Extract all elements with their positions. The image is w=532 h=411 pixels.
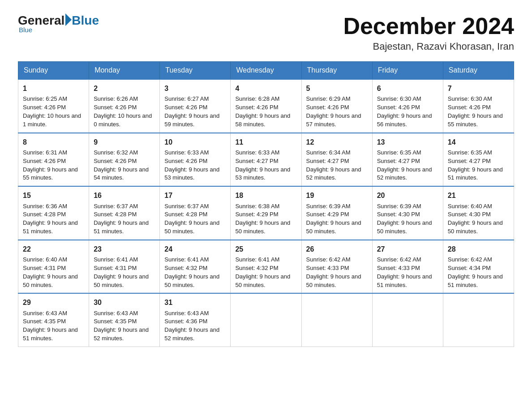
calendar-cell: 21Sunrise: 6:40 AMSunset: 4:30 PMDayligh… (443, 186, 514, 240)
calendar-cell: 17Sunrise: 6:37 AMSunset: 4:28 PMDayligh… (160, 186, 231, 240)
calendar-cell (372, 293, 443, 347)
day-number: 8 (23, 137, 84, 147)
sunrise-label: Sunrise: 6:40 AM (23, 256, 67, 263)
daylight-label: Daylight: 9 hours and 56 minutes. (377, 112, 432, 128)
col-header-tuesday: Tuesday (160, 62, 231, 80)
sunrise-label: Sunrise: 6:39 AM (377, 203, 421, 210)
calendar-cell: 15Sunrise: 6:36 AMSunset: 4:28 PMDayligh… (18, 186, 89, 240)
daylight-label: Daylight: 9 hours and 51 minutes. (23, 326, 78, 342)
sunrise-label: Sunrise: 6:30 AM (377, 95, 421, 102)
sunset-label: Sunset: 4:27 PM (306, 158, 349, 164)
sunset-label: Sunset: 4:31 PM (23, 265, 66, 271)
sunset-label: Sunset: 4:27 PM (448, 158, 491, 164)
sunrise-label: Sunrise: 6:42 AM (377, 256, 421, 263)
sunrise-label: Sunrise: 6:27 AM (164, 95, 209, 102)
col-header-sunday: Sunday (18, 62, 89, 80)
calendar-cell: 12Sunrise: 6:34 AMSunset: 4:27 PMDayligh… (301, 133, 372, 187)
calendar-cell (443, 293, 514, 347)
calendar-header-row: SundayMondayTuesdayWednesdayThursdayFrid… (18, 62, 514, 80)
sunrise-label: Sunrise: 6:37 AM (164, 203, 209, 210)
day-number: 23 (94, 244, 155, 254)
daylight-label: Daylight: 9 hours and 50 minutes. (235, 273, 290, 288)
calendar-cell: 26Sunrise: 6:42 AMSunset: 4:33 PMDayligh… (301, 240, 372, 294)
day-number: 2 (94, 83, 155, 94)
day-number: 1 (23, 83, 84, 94)
sunset-label: Sunset: 4:28 PM (94, 211, 137, 218)
sunrise-label: Sunrise: 6:41 AM (94, 256, 138, 263)
day-number: 18 (235, 190, 296, 201)
sunset-label: Sunset: 4:29 PM (235, 211, 278, 218)
day-number: 9 (94, 137, 155, 147)
col-header-wednesday: Wednesday (231, 62, 301, 80)
daylight-label: Daylight: 9 hours and 50 minutes. (306, 219, 361, 235)
sunset-label: Sunset: 4:36 PM (164, 318, 207, 325)
calendar-cell: 18Sunrise: 6:38 AMSunset: 4:29 PMDayligh… (231, 186, 301, 240)
calendar-cell: 9Sunrise: 6:32 AMSunset: 4:26 PMDaylight… (89, 133, 160, 187)
col-header-thursday: Thursday (301, 62, 372, 80)
daylight-label: Daylight: 9 hours and 57 minutes. (306, 112, 361, 128)
week-row-5: 29Sunrise: 6:43 AMSunset: 4:35 PMDayligh… (18, 293, 514, 347)
day-number: 13 (377, 137, 438, 147)
week-row-2: 8Sunrise: 6:31 AMSunset: 4:26 PMDaylight… (18, 133, 514, 187)
day-number: 24 (164, 244, 226, 254)
sunset-label: Sunset: 4:26 PM (23, 158, 66, 164)
sunset-label: Sunset: 4:35 PM (94, 318, 137, 325)
day-number: 11 (235, 137, 296, 147)
logo-triangle-icon (65, 13, 72, 26)
page-header: General Blue Blue December 2024 Bajestan… (18, 13, 514, 52)
daylight-label: Daylight: 10 hours and 1 minute. (23, 112, 81, 128)
daylight-label: Daylight: 9 hours and 51 minutes. (377, 273, 432, 288)
daylight-label: Daylight: 9 hours and 54 minutes. (94, 166, 149, 181)
daylight-label: Daylight: 9 hours and 51 minutes. (23, 219, 78, 235)
day-number: 29 (23, 297, 84, 308)
sunset-label: Sunset: 4:33 PM (306, 265, 349, 271)
sunrise-label: Sunrise: 6:42 AM (306, 256, 351, 263)
day-number: 6 (377, 83, 438, 94)
calendar-cell: 8Sunrise: 6:31 AMSunset: 4:26 PMDaylight… (18, 133, 89, 187)
daylight-label: Daylight: 9 hours and 53 minutes. (235, 166, 290, 181)
daylight-label: Daylight: 9 hours and 50 minutes. (377, 219, 432, 235)
page-title: December 2024 (343, 13, 514, 39)
day-number: 19 (306, 190, 368, 201)
sunrise-label: Sunrise: 6:26 AM (94, 95, 138, 102)
calendar-cell: 6Sunrise: 6:30 AMSunset: 4:26 PMDaylight… (372, 79, 443, 133)
day-number: 4 (235, 83, 296, 94)
sunrise-label: Sunrise: 6:37 AM (94, 203, 138, 210)
calendar-cell: 11Sunrise: 6:33 AMSunset: 4:27 PMDayligh… (231, 133, 301, 187)
title-section: December 2024 Bajestan, Razavi Khorasan,… (343, 13, 514, 52)
calendar-cell: 19Sunrise: 6:39 AMSunset: 4:29 PMDayligh… (301, 186, 372, 240)
sunrise-label: Sunrise: 6:40 AM (448, 203, 492, 210)
daylight-label: Daylight: 9 hours and 50 minutes. (164, 219, 219, 235)
sunset-label: Sunset: 4:31 PM (94, 265, 137, 271)
calendar-cell: 20Sunrise: 6:39 AMSunset: 4:30 PMDayligh… (372, 186, 443, 240)
sunrise-label: Sunrise: 6:42 AM (448, 256, 492, 263)
sunrise-label: Sunrise: 6:43 AM (164, 310, 209, 317)
calendar-cell: 23Sunrise: 6:41 AMSunset: 4:31 PMDayligh… (89, 240, 160, 294)
daylight-label: Daylight: 9 hours and 50 minutes. (164, 273, 219, 288)
calendar-cell: 25Sunrise: 6:41 AMSunset: 4:32 PMDayligh… (231, 240, 301, 294)
daylight-label: Daylight: 9 hours and 50 minutes. (306, 273, 361, 288)
daylight-label: Daylight: 9 hours and 50 minutes. (94, 273, 149, 288)
sunrise-label: Sunrise: 6:30 AM (448, 95, 492, 102)
sunset-label: Sunset: 4:26 PM (448, 104, 491, 111)
calendar-cell: 31Sunrise: 6:43 AMSunset: 4:36 PMDayligh… (160, 293, 231, 347)
sunrise-label: Sunrise: 6:35 AM (448, 149, 492, 156)
daylight-label: Daylight: 9 hours and 50 minutes. (235, 219, 290, 235)
calendar-cell (231, 293, 301, 347)
sunrise-label: Sunrise: 6:41 AM (235, 256, 279, 263)
sunrise-label: Sunrise: 6:29 AM (306, 95, 351, 102)
sunrise-label: Sunrise: 6:38 AM (235, 203, 279, 210)
calendar-cell: 22Sunrise: 6:40 AMSunset: 4:31 PMDayligh… (18, 240, 89, 294)
day-number: 16 (94, 190, 155, 201)
daylight-label: Daylight: 9 hours and 51 minutes. (448, 166, 503, 181)
logo: General Blue Blue (18, 13, 99, 34)
calendar-cell: 29Sunrise: 6:43 AMSunset: 4:35 PMDayligh… (18, 293, 89, 347)
daylight-label: Daylight: 9 hours and 52 minutes. (377, 166, 432, 181)
daylight-label: Daylight: 9 hours and 53 minutes. (164, 166, 219, 181)
week-row-1: 1Sunrise: 6:25 AMSunset: 4:26 PMDaylight… (18, 79, 514, 133)
daylight-label: Daylight: 9 hours and 58 minutes. (235, 112, 290, 128)
sunset-label: Sunset: 4:26 PM (377, 104, 420, 111)
sunrise-label: Sunrise: 6:32 AM (94, 149, 138, 156)
daylight-label: Daylight: 9 hours and 52 minutes. (306, 166, 361, 181)
day-number: 22 (23, 244, 84, 254)
